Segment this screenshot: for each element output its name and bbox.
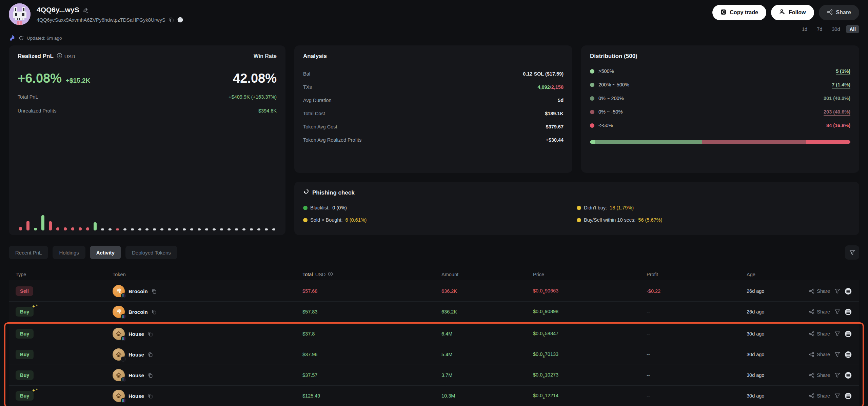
row-filter-icon[interactable] [834, 309, 840, 315]
table-row[interactable]: Buy✦✦ House [9, 344, 859, 365]
phishing-item: Didn't buy: 18 (1.79%) [577, 205, 850, 210]
profit-cell: -- [647, 393, 747, 399]
table-header: Type Token Total USD $ Amount Price Prof… [9, 268, 859, 281]
pnl-bar [153, 228, 156, 230]
pnl-bar [265, 228, 268, 230]
distribution-value[interactable]: 201 (40.2%) [824, 96, 850, 101]
refresh-icon[interactable] [19, 36, 24, 41]
tx-sells: 2,158 [551, 84, 564, 90]
follow-button[interactable]: Follow [771, 5, 814, 20]
table-body: Sell✦✦ Brocoin $57.68 636.2K [9, 281, 859, 406]
top-bar: 4QQ6y...wyS 4QQ6yeSaxx9AxvmhA6ZVPy8hdwtp… [0, 0, 868, 33]
token-name[interactable]: Brocoin [129, 288, 148, 294]
row-filter-icon[interactable] [834, 352, 840, 358]
time-filter[interactable]: 7d [813, 25, 826, 33]
profit-cell: -- [647, 352, 747, 357]
pnl-mini-chart [19, 213, 275, 230]
realized-pnl-title: Realized PnL [18, 53, 54, 60]
row-filter-icon[interactable] [834, 393, 840, 399]
row-share-button[interactable]: Share [809, 393, 830, 399]
pnl-bar [64, 227, 67, 230]
copy-address-icon[interactable] [169, 17, 174, 22]
distribution-value[interactable]: 203 (40.6%) [824, 109, 850, 115]
row-menu-icon[interactable] [845, 372, 852, 379]
analysis-title: Analysis [303, 53, 327, 59]
row-share-button[interactable]: Share [809, 309, 830, 314]
updated-row: Updated: 6m ago [9, 34, 868, 42]
token-name[interactable]: House [129, 331, 144, 337]
currency-label[interactable]: USD [64, 54, 75, 59]
token-name[interactable]: House [129, 372, 144, 378]
phishing-label: Sold > Bought: [310, 217, 343, 223]
tab[interactable]: Deployed Tokens [125, 246, 177, 259]
row-menu-icon[interactable] [845, 351, 852, 358]
activity-filter-button[interactable] [845, 245, 859, 260]
phishing-value: 56 (5.67%) [638, 217, 662, 223]
row-share-button[interactable]: Share [809, 352, 830, 357]
distribution-value[interactable]: 5 (1%) [836, 68, 850, 74]
phishing-label: Blacklist: [310, 205, 330, 210]
distribution-value[interactable]: 7 (1.4%) [832, 82, 850, 87]
share-button[interactable]: Share [819, 5, 859, 20]
row-filter-icon[interactable] [834, 288, 840, 294]
pnl-bar [138, 228, 141, 230]
tab[interactable]: Recent PnL [9, 246, 48, 259]
copy-token-icon[interactable] [152, 289, 157, 294]
solana-chain-badge [121, 377, 126, 382]
copy-token-icon[interactable] [148, 373, 153, 378]
row-share-button[interactable]: Share [809, 372, 830, 378]
pnl-bar [101, 228, 104, 230]
phishing-dot [303, 206, 308, 210]
token-name[interactable]: Brocoin [129, 309, 148, 315]
pnl-stats: Total PnL +$409.9K (+163.37%) Unrealized… [18, 94, 277, 114]
phishing-dot [577, 218, 581, 222]
wallet-address: 4QQ6yeSaxx9AxvmhA6ZVPy8hdwtpzTDSaHPGyk8U… [37, 17, 165, 23]
table-row[interactable]: Buy✦✦ Brocoin $57.83 636.2K [9, 302, 859, 322]
row-share-button[interactable]: Share [809, 331, 830, 337]
token-name[interactable]: House [129, 393, 144, 399]
time-filter[interactable]: 1d [798, 25, 811, 33]
edit-name-icon[interactable] [83, 7, 88, 13]
row-menu-icon[interactable] [845, 288, 852, 295]
copy-trade-button[interactable]: Copy trade [712, 5, 766, 20]
table-row[interactable]: Buy✦✦ House [9, 324, 859, 344]
pnl-bar [160, 228, 163, 230]
phishing-dot [303, 218, 308, 222]
age-cell: 30d ago [747, 352, 797, 357]
distribution-value[interactable]: 84 (16.8%) [826, 123, 850, 128]
copy-token-icon[interactable] [148, 352, 153, 357]
tab[interactable]: Activity [90, 246, 121, 259]
profit-cell: -- [647, 331, 747, 337]
col-total-unit[interactable]: USD [315, 272, 326, 277]
row-menu-icon[interactable] [845, 392, 852, 400]
time-filter[interactable]: 30d [828, 25, 843, 33]
svg-text:$: $ [330, 272, 332, 276]
phishing-check-title: Phishing check [312, 189, 355, 196]
pnl-bar [71, 227, 74, 230]
table-row[interactable]: Buy✦✦ House [9, 365, 859, 386]
copy-token-icon[interactable] [152, 309, 157, 314]
row-menu-icon[interactable] [845, 308, 852, 316]
pnl-bar [19, 227, 22, 230]
time-filter[interactable]: All [846, 25, 859, 33]
row-share-button[interactable]: Share [809, 288, 830, 294]
copy-token-icon[interactable] [148, 393, 153, 399]
row-filter-icon[interactable] [834, 331, 840, 337]
token-name[interactable]: House [129, 352, 144, 358]
explorer-menu-icon[interactable] [177, 17, 183, 23]
table-row[interactable]: Sell✦✦ Brocoin $57.68 636.2K [9, 281, 859, 302]
row-menu-icon[interactable] [845, 330, 852, 338]
copy-token-icon[interactable] [148, 331, 153, 337]
amount-cell: 10.3M [441, 393, 533, 399]
row-filter-icon[interactable] [834, 372, 840, 378]
tab[interactable]: Holdings [53, 246, 85, 259]
row-share-label: Share [817, 288, 830, 294]
total-cell: $37.8 [302, 331, 441, 337]
currency-toggle-icon[interactable]: $ [57, 53, 62, 60]
phishing-hook-icon [303, 189, 309, 196]
currency-circle-icon[interactable]: $ [328, 271, 333, 278]
wallet-name: 4QQ6y...wyS [37, 6, 79, 14]
phishing-value: 18 (1.79%) [610, 205, 634, 210]
table-row[interactable]: Buy✦✦ House [9, 386, 859, 406]
phishing-label: Didn't buy: [584, 205, 607, 210]
